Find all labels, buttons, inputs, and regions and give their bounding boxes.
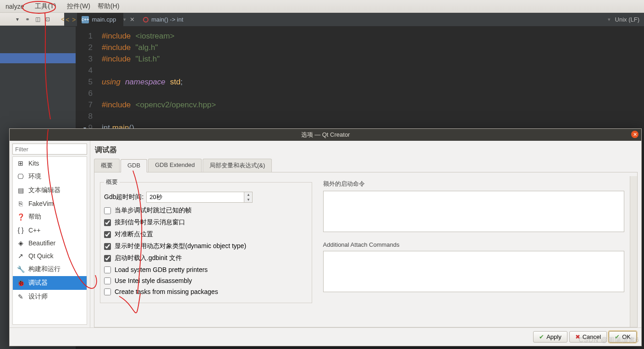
category-icon: ▤ [17,187,25,194]
nav-back-file-icon[interactable]: < [64,16,71,23]
category-帮助[interactable]: ❓帮助 [13,210,87,224]
code-content[interactable]: #include <iostream> #include "alg.h" #in… [99,26,216,134]
dialog-footer: ✔Apply ✖Cancel ✔OK [10,327,641,346]
category-label: 环境 [28,172,41,181]
line-ending[interactable]: Unix (LF) [611,16,644,23]
category-icon: 🔧 [17,266,25,273]
link-icon[interactable]: ⚭ [24,16,31,23]
tab-gdb-extended[interactable]: GDB Extended [148,159,202,172]
check-icon: ✔ [539,333,544,340]
menu-tools[interactable]: 工具(T) [28,1,63,11]
file-tab-close-icon[interactable]: ✕ [126,16,138,23]
opt-show-msg-on-signal[interactable]: 接到信号时显示消息窗口 [104,218,308,227]
filter-input[interactable] [12,144,87,155]
category-icon: { } [17,227,25,234]
category-文本编辑器[interactable]: ▤文本编辑器 [13,183,87,197]
timeout-spinbox[interactable]: ▲▼ [146,192,253,203]
category-panel: ⊞Kits🖵环境▤文本编辑器⎘FakeVim❓帮助{ }C++◈Beautifi… [10,141,90,327]
dialog-title: 选项 — Qt Creator [301,131,350,139]
category-icon: ◈ [17,239,25,247]
category-icon: ⊞ [17,160,25,167]
close-pane-icon[interactable]: ⊡ [44,16,51,23]
tab-gdb-content: 概要 Gdb超时时间: ▲▼ 当单步调试时跳过已知的帧 接到信号时显示消息窗口 … [94,172,638,327]
category-icon: ✎ [17,293,25,300]
category-label: 帮助 [28,213,41,221]
group-overview: 概要 Gdb超时时间: ▲▼ 当单步调试时跳过已知的帧 接到信号时显示消息窗口 … [100,178,312,303]
category-环境[interactable]: 🖵环境 [13,170,87,183]
opt-missing-pkgs[interactable]: Create tasks from missing packages [104,288,308,295]
category-label: 文本编辑器 [28,186,61,194]
category-调试器[interactable]: 🐞调试器 [13,276,87,290]
opt-dynamic-type[interactable]: 显示时使用动态对象类型(dynamic object type) [104,242,308,250]
category-list[interactable]: ⊞Kits🖵环境▤文本编辑器⎘FakeVim❓帮助{ }C++◈Beautifi… [12,156,87,325]
dialog-titlebar: 选项 — Qt Creator ✕ [10,129,641,141]
editor-tabs: < > c++ main.cpp ▾ ✕ main() -> int ▾ Uni… [64,13,644,27]
symbol-crumb[interactable]: main() -> int [138,13,188,26]
extra-start-commands[interactable] [323,191,624,232]
timeout-label: Gdb超时时间: [104,193,143,201]
opt-intel-disasm[interactable]: Use Intel style disassembly [104,277,308,284]
category-Beautifier[interactable]: ◈Beautifier [13,237,87,249]
category-Qt Quick[interactable]: ↗Qt Quick [13,249,87,262]
record-icon [143,17,149,22]
category-icon: 🖵 [17,173,25,180]
category-Kits[interactable]: ⊞Kits [13,157,87,170]
opt-adjust-bp[interactable]: 对准断点位置 [104,230,308,238]
menubar: nalyze 工具(T) 控件(W) 帮助(H) [0,0,644,13]
file-tab-main[interactable]: c++ main.cpp [77,13,123,26]
category-icon: ⎘ [17,200,25,207]
opt-load-pretty-printers[interactable]: Load system GDB pretty printers [104,266,308,273]
line-gutter: 12345678▾ 9 [76,26,99,134]
category-label: 调试器 [28,279,48,287]
tabbar: 概要 GDB GDB Extended 局部变量和表达式(&) [94,159,638,172]
opt-load-gdbinit[interactable]: 启动时载入.gdbinit 文件 [104,254,308,262]
symbol-crumb-label: main() -> int [151,16,183,23]
group-overview-title: 概要 [104,178,120,186]
spin-down-icon[interactable]: ▼ [244,197,252,202]
tab-locals[interactable]: 局部变量和表达式(&) [203,159,272,172]
category-icon: ↗ [17,252,25,260]
options-dialog: 选项 — Qt Creator ✕ ⊞Kits🖵环境▤文本编辑器⎘FakeVim… [9,128,642,346]
category-构建和运行[interactable]: 🔧构建和运行 [13,262,87,276]
category-label: Kits [28,160,39,167]
file-tab-label: main.cpp [92,16,116,23]
apply-button[interactable]: ✔Apply [533,331,567,343]
spin-up-icon[interactable]: ▲ [244,192,252,197]
attach-cmds-title: Additional Attach Commands [323,241,624,248]
opt-skip-known-frames[interactable]: 当单步调试时跳过已知的帧 [104,206,308,215]
timeout-value[interactable] [147,192,244,202]
attach-commands[interactable] [323,251,624,292]
split-icon[interactable]: ◫ [34,16,41,23]
watermark: CSDN @周陽讀書6 [578,336,639,344]
options-content: 调试器 概要 GDB GDB Extended 局部变量和表达式(&) 概要 G… [90,141,641,327]
tab-overview[interactable]: 概要 [94,159,120,172]
page-title: 调试器 [95,145,637,155]
menu-widgets[interactable]: 控件(W) [63,1,94,11]
category-label: FakeVim [28,200,54,207]
menu-analyze[interactable]: nalyze [2,2,28,11]
menu-help[interactable]: 帮助(H) [94,1,123,11]
category-C++[interactable]: { }C++ [13,224,87,237]
category-icon: 🐞 [17,279,25,287]
category-icon: ❓ [17,213,25,221]
category-label: 设计师 [28,293,48,301]
filter-icon[interactable]: ▾ [14,16,21,23]
content-scrollbar[interactable] [630,176,637,327]
project-selected-row[interactable] [0,53,76,63]
nav-fwd-file-icon[interactable]: > [71,16,77,23]
dialog-close-icon[interactable]: ✕ [631,131,638,138]
category-label: 构建和运行 [28,265,61,273]
category-label: C++ [28,227,40,234]
category-label: Beautifier [28,239,55,247]
tab-gdb[interactable]: GDB [121,159,147,172]
category-设计师[interactable]: ✎设计师 [13,290,87,304]
cpp-file-icon: c++ [82,16,89,23]
category-FakeVim[interactable]: ⎘FakeVim [13,197,87,210]
category-label: Qt Quick [28,252,53,260]
extra-start-title: 额外的启动命令 [323,180,624,188]
